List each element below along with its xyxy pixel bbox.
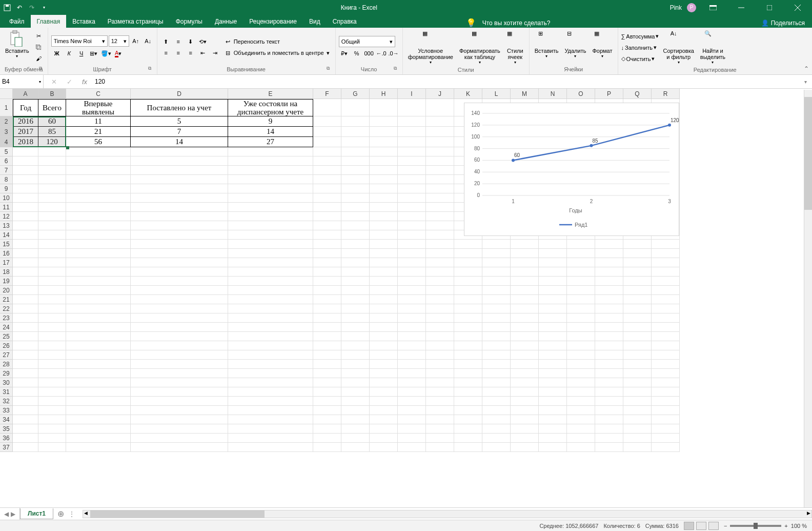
cell[interactable] bbox=[426, 193, 454, 203]
cell[interactable] bbox=[370, 286, 398, 295]
cell[interactable] bbox=[511, 424, 539, 434]
cell[interactable] bbox=[370, 341, 398, 350]
cell[interactable] bbox=[652, 258, 680, 267]
cell[interactable] bbox=[511, 240, 539, 249]
name-box-input[interactable] bbox=[2, 78, 30, 85]
sheet-next-icon[interactable]: ▶ bbox=[11, 510, 15, 518]
cell[interactable] bbox=[13, 258, 38, 267]
cell[interactable] bbox=[66, 156, 131, 166]
sheet-divider-icon[interactable]: ⋮ bbox=[68, 510, 75, 518]
cell[interactable] bbox=[228, 424, 313, 434]
cell[interactable] bbox=[426, 378, 454, 387]
cell[interactable] bbox=[595, 323, 623, 332]
cell[interactable] bbox=[66, 295, 131, 304]
align-top-icon[interactable]: ⬆ bbox=[160, 36, 172, 47]
row-header-10[interactable]: 10 bbox=[0, 193, 13, 203]
cell[interactable] bbox=[370, 212, 398, 221]
cell[interactable] bbox=[228, 184, 313, 193]
row-header-17[interactable]: 17 bbox=[0, 258, 13, 267]
cell[interactable] bbox=[426, 397, 454, 406]
row-header-25[interactable]: 25 bbox=[0, 332, 13, 341]
cell[interactable] bbox=[595, 240, 623, 249]
cell[interactable] bbox=[398, 304, 426, 313]
cell[interactable] bbox=[595, 424, 623, 434]
cell[interactable] bbox=[341, 434, 370, 443]
cell[interactable] bbox=[313, 230, 341, 240]
cell[interactable] bbox=[341, 415, 370, 424]
cell[interactable] bbox=[398, 212, 426, 221]
cell[interactable] bbox=[595, 249, 623, 258]
cell[interactable] bbox=[652, 360, 680, 369]
cell[interactable] bbox=[66, 304, 131, 313]
cell[interactable] bbox=[398, 267, 426, 277]
col-header-H[interactable]: H bbox=[370, 89, 398, 99]
cell[interactable] bbox=[341, 175, 370, 184]
cell[interactable] bbox=[652, 387, 680, 397]
cell[interactable] bbox=[567, 397, 595, 406]
cell[interactable] bbox=[539, 369, 567, 378]
cell[interactable] bbox=[454, 332, 482, 341]
cell[interactable] bbox=[623, 277, 652, 286]
cell[interactable] bbox=[13, 434, 38, 443]
row-header-22[interactable]: 22 bbox=[0, 304, 13, 313]
increase-indent-icon[interactable]: ⇥ bbox=[210, 48, 221, 58]
cell[interactable] bbox=[38, 387, 66, 397]
cell[interactable] bbox=[131, 221, 228, 230]
align-left-icon[interactable]: ≡ bbox=[160, 48, 172, 58]
cell[interactable] bbox=[38, 350, 66, 360]
cell[interactable] bbox=[313, 350, 341, 360]
cell[interactable] bbox=[131, 434, 228, 443]
cell[interactable]: 2017 bbox=[13, 127, 38, 137]
cell[interactable] bbox=[454, 387, 482, 397]
cell[interactable] bbox=[623, 378, 652, 387]
format-painter-icon[interactable]: 🖌 bbox=[33, 53, 45, 64]
cell[interactable] bbox=[38, 424, 66, 434]
cell[interactable] bbox=[66, 313, 131, 323]
cell[interactable] bbox=[595, 434, 623, 443]
cell[interactable] bbox=[66, 258, 131, 267]
ribbon-display-icon[interactable] bbox=[701, 0, 724, 15]
cell[interactable] bbox=[131, 313, 228, 323]
cell[interactable] bbox=[341, 397, 370, 406]
alignment-launcher-icon[interactable]: ⧉ bbox=[327, 66, 334, 73]
cell[interactable] bbox=[38, 415, 66, 424]
cell[interactable] bbox=[539, 332, 567, 341]
cell[interactable] bbox=[13, 240, 38, 249]
cell[interactable] bbox=[398, 221, 426, 230]
cell[interactable] bbox=[370, 193, 398, 203]
cell[interactable] bbox=[595, 332, 623, 341]
cell[interactable] bbox=[370, 203, 398, 212]
cell[interactable] bbox=[66, 147, 131, 156]
cell[interactable] bbox=[426, 434, 454, 443]
cell[interactable] bbox=[482, 277, 511, 286]
cell[interactable] bbox=[370, 313, 398, 323]
cell[interactable] bbox=[652, 286, 680, 295]
cell[interactable] bbox=[313, 166, 341, 175]
cell[interactable] bbox=[341, 341, 370, 350]
cell[interactable]: Впервые выявлены bbox=[66, 99, 131, 116]
cell[interactable] bbox=[595, 277, 623, 286]
cell[interactable] bbox=[426, 295, 454, 304]
row-header-18[interactable]: 18 bbox=[0, 267, 13, 277]
cell[interactable] bbox=[539, 286, 567, 295]
cell[interactable] bbox=[228, 295, 313, 304]
cell[interactable] bbox=[38, 406, 66, 415]
cell[interactable] bbox=[131, 341, 228, 350]
cell[interactable] bbox=[623, 387, 652, 397]
cell[interactable] bbox=[652, 277, 680, 286]
col-header-G[interactable]: G bbox=[341, 89, 370, 99]
cell[interactable] bbox=[539, 249, 567, 258]
zoom-out-icon[interactable]: − bbox=[724, 523, 727, 529]
cell[interactable] bbox=[370, 258, 398, 267]
cell[interactable] bbox=[426, 249, 454, 258]
cell[interactable] bbox=[454, 286, 482, 295]
cell[interactable] bbox=[398, 116, 426, 127]
cell[interactable] bbox=[398, 378, 426, 387]
cell[interactable] bbox=[370, 156, 398, 166]
cell[interactable] bbox=[511, 434, 539, 443]
row-header-12[interactable]: 12 bbox=[0, 212, 13, 221]
cell[interactable] bbox=[623, 258, 652, 267]
cell[interactable] bbox=[131, 406, 228, 415]
cell[interactable] bbox=[66, 212, 131, 221]
page-layout-view-icon[interactable] bbox=[696, 522, 706, 530]
